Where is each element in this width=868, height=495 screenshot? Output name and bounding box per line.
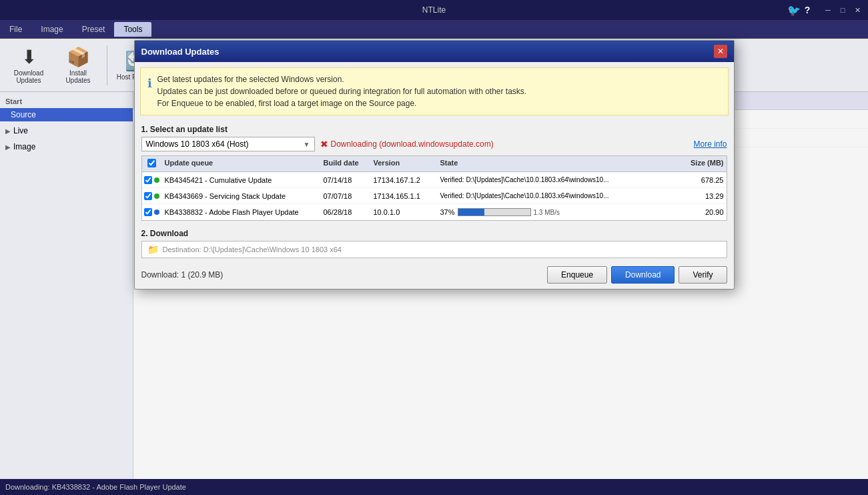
row3-status-dot xyxy=(154,209,159,215)
header-state: State xyxy=(438,159,673,169)
more-info-link[interactable]: More info xyxy=(693,139,727,149)
row2-name: KB4343669 - Servicing Stack Update xyxy=(162,192,321,200)
dropdown-value: Windows 10 1803 x64 (Host) xyxy=(146,139,249,149)
update-table: Update queue Build date Version State Si… xyxy=(141,155,727,221)
update-list-dropdown[interactable]: Windows 10 1803 x64 (Host) ▼ xyxy=(141,137,315,151)
download-status: ✖ Downloading (download.windowsupdate.co… xyxy=(320,139,494,149)
header-name: Update queue xyxy=(162,159,321,169)
row2-check-cell xyxy=(142,192,162,200)
enqueue-button[interactable]: Enqueue xyxy=(547,266,607,284)
dialog-title: Download Updates xyxy=(141,47,220,57)
row3-progress-cell: 37% 1.3 MB/s xyxy=(438,208,673,216)
table-row: KB4338832 - Adobe Flash Player Update 06… xyxy=(142,204,727,220)
row3-checkbox[interactable] xyxy=(144,208,152,216)
destination-row: 📁 Destination: D:\[Updates]\Cache\Window… xyxy=(141,241,727,258)
info-icon: ℹ xyxy=(147,75,152,109)
step1-header: 1. Select an update list xyxy=(135,121,734,137)
download-updates-dialog: Download Updates ✕ ℹ Get latest updates … xyxy=(134,40,735,290)
footer-buttons: Enqueue Download Verify xyxy=(547,266,727,284)
download-status-text: Downloading (download.windowsupdate.com) xyxy=(331,139,494,149)
table-row: KB4343669 - Servicing Stack Update 07/07… xyxy=(142,188,727,204)
status-x-icon: ✖ xyxy=(320,139,328,149)
row1-version: 17134.167.1.2 xyxy=(371,176,438,184)
dialog-footer: Download: 1 (20.9 MB) Enqueue Download V… xyxy=(135,261,734,289)
header-date: Build date xyxy=(321,159,371,169)
row2-date: 07/07/18 xyxy=(321,192,371,200)
row2-size: 13.29 xyxy=(673,192,727,200)
progress-speed: 1.3 MB/s xyxy=(534,209,560,216)
info-banner: ℹ Get latest updates for the selected Wi… xyxy=(140,67,729,115)
row3-check-cell xyxy=(142,208,162,216)
header-size: Size (MB) xyxy=(673,159,727,169)
row1-name: KB4345421 - Cumulative Update xyxy=(162,176,321,184)
select-all-checkbox[interactable] xyxy=(147,159,156,167)
row1-check-cell xyxy=(142,176,162,184)
download-summary: Download: 1 (20.9 MB) xyxy=(141,270,224,280)
row2-status-dot xyxy=(154,193,159,199)
dropdown-arrow-icon: ▼ xyxy=(304,141,310,148)
update-list-row: Windows 10 1803 x64 (Host) ▼ ✖ Downloadi… xyxy=(135,137,734,155)
row3-percent: 37% xyxy=(440,208,455,216)
row2-checkbox[interactable] xyxy=(144,192,152,200)
row1-checkbox[interactable] xyxy=(144,176,152,184)
row3-size: 20.90 xyxy=(673,208,727,216)
progress-bar-container xyxy=(458,208,531,216)
download-button[interactable]: Download xyxy=(611,266,675,284)
info-line2: Updates can be just downloaded before or… xyxy=(157,85,527,97)
progress-bar-fill xyxy=(458,209,485,215)
row2-version: 17134.165.1.1 xyxy=(371,192,438,200)
dialog-titlebar: Download Updates ✕ xyxy=(135,41,734,62)
status-text: Downloading: KB4338832 - Adobe Flash Pla… xyxy=(5,483,186,491)
folder-icon: 📁 xyxy=(147,244,159,255)
row3-version: 10.0.1.0 xyxy=(371,208,438,216)
dialog-overlay: Download Updates ✕ ℹ Get latest updates … xyxy=(0,0,868,495)
header-check xyxy=(142,159,162,169)
info-text: Get latest updates for the selected Wind… xyxy=(157,73,527,109)
row1-date: 07/14/18 xyxy=(321,176,371,184)
info-line3: For Enqueue to be enabled, first load a … xyxy=(157,97,527,109)
row1-size: 678.25 xyxy=(673,176,727,184)
header-version: Version xyxy=(371,159,438,169)
row1-status-dot xyxy=(154,177,159,183)
row3-date: 06/28/18 xyxy=(321,208,371,216)
row2-state: Verified: D:\[Updates]\Cache\10.0.1803.x… xyxy=(438,192,673,199)
verify-button[interactable]: Verify xyxy=(679,266,727,284)
table-header: Update queue Build date Version State Si… xyxy=(142,156,727,172)
row1-state: Verified: D:\[Updates]\Cache\10.0.1803.x… xyxy=(438,176,673,183)
step2-header: 2. Download xyxy=(141,229,727,238)
destination-text: Destination: D:\[Updates]\Cache\Windows … xyxy=(163,245,342,254)
row3-name: KB4338832 - Adobe Flash Player Update xyxy=(162,208,321,216)
dialog-close-button[interactable]: ✕ xyxy=(714,45,727,58)
table-row: KB4345421 - Cumulative Update 07/14/18 1… xyxy=(142,172,727,188)
status-bar: Downloading: KB4338832 - Adobe Flash Pla… xyxy=(0,479,868,495)
step2-area: 2. Download 📁 Destination: D:\[Updates]\… xyxy=(141,226,727,261)
info-line1: Get latest updates for the selected Wind… xyxy=(157,73,527,85)
